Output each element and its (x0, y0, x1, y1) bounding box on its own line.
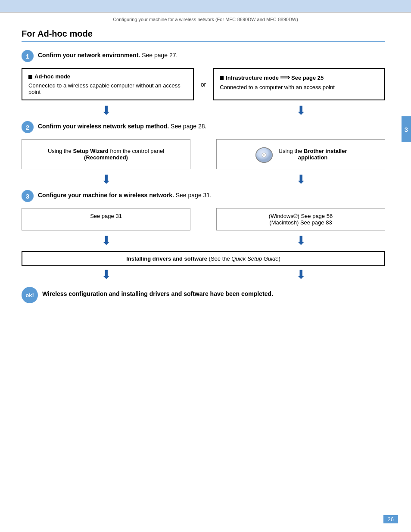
step1-row: 1 Confirm your network environment. See … (22, 50, 385, 62)
arrow-or-spacer-1 (190, 105, 216, 117)
adhoc-box-body: Connected to a wireless capable computer… (28, 82, 187, 95)
arrow-col-left-4: ⬇ (22, 269, 190, 281)
setup-wizard-text: Using the Setup Wizard from the control … (48, 148, 164, 161)
wizard-text-bold: Setup Wizard (73, 148, 108, 154)
down-arrow-left-4: ⬇ (101, 269, 111, 281)
arrows-row-2: ⬇ ⬇ (22, 174, 385, 186)
title-rule (22, 41, 385, 42)
install-bar-bold: Installing drivers and software (126, 255, 207, 262)
installer-text: Using the Brother installerapplication (279, 148, 347, 161)
adhoc-box-title: Ad-hoc mode (28, 73, 187, 80)
main-content: For Ad-hoc mode 1 Confirm your network e… (0, 25, 411, 335)
ok-badge: ok! (22, 287, 38, 303)
step3-row: 3 Configure your machine for a wireless … (22, 190, 385, 202)
down-arrow-right-2: ⬇ (296, 174, 306, 186)
svg-point-4 (263, 154, 265, 156)
method-boxes-row: Using the Setup Wizard from the control … (22, 139, 385, 169)
installer-text-pre: Using the (279, 148, 304, 154)
infra-title-bold: Infrastructure mode (226, 75, 279, 81)
install-bar: Installing drivers and software (See the… (22, 251, 385, 266)
wizard-text-pre: Using the (48, 148, 73, 154)
arrow-col-right-4: ⬇ (216, 269, 385, 281)
wizard-text-mid: from the control panel (109, 148, 164, 154)
arrow-col-left-3: ⬇ (22, 235, 190, 247)
infra-box-body: Connected to a computer with an access p… (220, 84, 378, 90)
ok-badge-label: ok! (25, 292, 34, 299)
down-arrow-right-3: ⬇ (296, 235, 306, 247)
adhoc-mode-box: Ad-hoc mode Connected to a wireless capa… (22, 68, 194, 100)
page-title: For Ad-hoc mode (22, 29, 385, 39)
down-arrow-left-3: ⬇ (101, 235, 111, 247)
method-spacer (190, 139, 216, 169)
step2-text: Confirm your wireless network setup meth… (38, 121, 385, 130)
installer-text-bold2: application (298, 154, 328, 161)
mac-line: (Macintosh) See page 83 (223, 219, 379, 226)
arrow-col-right-3: ⬇ (216, 235, 385, 247)
arrow-col-right-1: ⬇ (216, 105, 385, 117)
step3-circle: 3 (22, 190, 34, 202)
mode-boxes-row: Ad-hoc mode Connected to a wireless capa… (22, 68, 385, 100)
arrows-row-1: ⬇ ⬇ (22, 105, 385, 117)
see-page-spacer (190, 208, 216, 230)
ok-text: Wireless configuration and installing dr… (42, 287, 385, 297)
setup-wizard-box: Using the Setup Wizard from the control … (22, 139, 190, 169)
install-bar-mid: (See the (207, 255, 231, 262)
infra-mode-box: Infrastructure mode ⟹ See page 25 Connec… (213, 68, 385, 100)
infra-arrow-icon: ⟹ (280, 73, 290, 81)
side-tab: 3 (402, 116, 411, 142)
adhoc-square-icon (28, 75, 32, 79)
down-arrow-left-2: ⬇ (101, 174, 111, 186)
ok-row: ok! Wireless configuration and installin… (22, 287, 385, 303)
arrow-or-spacer-3 (190, 235, 216, 247)
arrow-or-spacer-2 (190, 174, 216, 186)
step1-text: Confirm your network environment. See pa… (38, 50, 385, 59)
installer-box: Using the Brother installerapplication (216, 139, 385, 169)
see-page-31-box: See page 31 (22, 208, 190, 230)
arrows-row-3: ⬇ ⬇ (22, 235, 385, 247)
page-number: 26 (383, 515, 398, 523)
step1-rest: See page 27. (140, 52, 177, 59)
cd-icon (255, 145, 274, 164)
step2-row: 2 Confirm your wireless network setup me… (22, 121, 385, 133)
down-arrow-right-4: ⬇ (296, 269, 306, 281)
infra-box-title: Infrastructure mode ⟹ See page 25 (220, 73, 378, 81)
arrows-row-4: ⬇ ⬇ (22, 269, 385, 281)
windows-line: (Windows®) See page 56 (223, 213, 379, 219)
infra-square-icon (220, 76, 224, 80)
step3-text: Configure your machine for a wireless ne… (38, 190, 385, 199)
step1-circle: 1 (22, 50, 34, 62)
infra-see-page: See page 25 (291, 75, 324, 81)
step2-rest: See page 28. (169, 123, 206, 130)
step1-bold: Confirm your network environment. (38, 52, 140, 59)
arrow-col-right-2: ⬇ (216, 174, 385, 186)
arrow-col-left-2: ⬇ (22, 174, 190, 186)
step2-circle: 2 (22, 121, 34, 133)
or-label: or (194, 68, 213, 100)
step3-rest: See page 31. (174, 192, 212, 199)
installer-box-inner: Using the Brother installerapplication (255, 145, 347, 164)
wizard-text-paren: (Recommended) (84, 154, 128, 161)
header-caption: Configuring your machine for a wireless … (0, 12, 411, 25)
ok-message: Wireless configuration and installing dr… (42, 290, 273, 297)
install-bar-end: ) (278, 255, 280, 262)
see-page-boxes-row: See page 31 (Windows®) See page 56 (Maci… (22, 208, 385, 230)
installer-text-bold: Brother installer (304, 148, 347, 154)
top-bar (0, 0, 411, 12)
install-bar-italic: Quick Setup Guide (231, 255, 278, 262)
step3-bold: Configure your machine for a wireless ne… (38, 192, 174, 199)
see-page-31-text: See page 31 (90, 213, 122, 219)
down-arrow-left-1: ⬇ (101, 105, 111, 117)
arrow-or-spacer-4 (190, 269, 216, 281)
step2-bold: Confirm your wireless network setup meth… (38, 123, 169, 130)
windows-mac-box: (Windows®) See page 56 (Macintosh) See p… (216, 208, 385, 230)
down-arrow-right-1: ⬇ (296, 105, 306, 117)
arrow-col-left-1: ⬇ (22, 105, 190, 117)
